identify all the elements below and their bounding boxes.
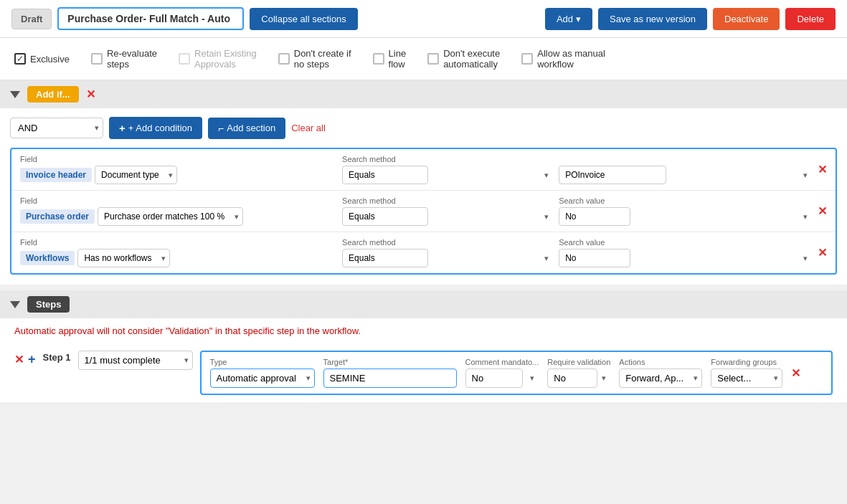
add-step-icon[interactable]: + — [28, 352, 36, 367]
remove-condition-3-icon[interactable]: ✕ — [818, 246, 827, 260]
field-label-1: Field — [20, 155, 336, 163]
method-select-1[interactable]: Equals — [342, 166, 428, 184]
no-steps-checkbox[interactable] — [278, 53, 290, 65]
step-controls: ✕ + — [14, 352, 36, 367]
and-select-wrapper: AND — [10, 118, 103, 138]
method-label-3: Search method — [342, 238, 553, 247]
field-tag-1: Invoice header — [20, 168, 92, 182]
field-tag-3: Workflows — [20, 251, 75, 265]
condition-toolbar: AND + + Add condition ⌐ Add section Clea… — [10, 117, 837, 139]
field-value-select-2[interactable]: Purchase order matches 100 % — [98, 207, 243, 226]
reevaluate-label: Re-evaluatesteps — [107, 48, 157, 70]
comment-group: Comment mandato... No — [465, 358, 539, 388]
option-reevaluate: Re-evaluatesteps — [91, 48, 157, 70]
collapse-all-button[interactable]: Collapse all sections — [250, 8, 358, 30]
reevaluate-checkbox[interactable] — [91, 53, 103, 65]
value-label-1 — [559, 155, 812, 163]
draft-badge: Draft — [11, 9, 52, 29]
manual-checkbox[interactable] — [521, 53, 533, 65]
option-exclusive: ✓ Exclusive — [14, 53, 70, 65]
delete-button[interactable]: Delete — [785, 8, 836, 30]
option-line-flow: Lineflow — [373, 48, 407, 70]
remove-step-icon[interactable]: ✕ — [14, 353, 24, 366]
remove-step-detail-icon[interactable]: ✕ — [791, 366, 800, 380]
option-no-steps: Don't create ifno steps — [278, 48, 351, 70]
steps-section-header: Steps — [0, 290, 847, 318]
field-value-select-1[interactable]: Document type — [95, 166, 177, 184]
condition-area: AND + + Add condition ⌐ Add section Clea… — [0, 108, 847, 285]
method-label-1: Search method — [342, 155, 553, 163]
workflow-title: Purchase Order- Full Match - Auto — [57, 7, 244, 30]
remove-condition-1-icon[interactable]: ✕ — [818, 163, 827, 176]
no-auto-label: Don't executeautomatically — [443, 48, 500, 70]
add-if-badge: Add if... — [27, 86, 79, 103]
value-select-1[interactable]: POInvoice — [559, 166, 666, 184]
step-detail-box: Type Automatic approval Target* Comment … — [200, 351, 833, 395]
require-group: Require validation No — [547, 358, 610, 388]
value-label-2: Search value — [559, 196, 812, 205]
type-select[interactable]: Automatic approval — [210, 369, 315, 388]
condition-row-3: Field Workflows Has no workflows Search … — [11, 232, 836, 273]
clear-all-link[interactable]: Clear all — [291, 123, 326, 133]
main-content: Add if... ✕ AND + + Add condition ⌐ Add … — [0, 80, 847, 402]
collapse-steps-icon[interactable] — [10, 301, 20, 308]
retain-checkbox[interactable] — [179, 53, 190, 65]
condition-row-1: Field Invoice header Document type Searc… — [11, 149, 836, 191]
target-group: Target* — [323, 358, 457, 388]
field-label-2: Field — [20, 196, 336, 205]
step-1-row: ✕ + Step 1 1/1 must complete Type Automa… — [0, 343, 847, 402]
target-input[interactable] — [323, 369, 457, 388]
collapse-add-if-icon[interactable] — [10, 91, 20, 98]
add-button[interactable]: Add ▾ — [545, 8, 592, 30]
field-tag-2: Purchase order — [20, 209, 95, 224]
target-label: Target* — [323, 358, 457, 366]
actions-group: Actions Forward, Ap... — [619, 358, 702, 388]
field-value-select-3[interactable]: Has no workflows — [77, 249, 170, 267]
steps-info-text: Automatic approval will not consider "Va… — [14, 325, 361, 336]
bracket-icon: ⌐ — [218, 123, 224, 134]
line-flow-checkbox[interactable] — [373, 53, 384, 65]
remove-add-if-icon[interactable]: ✕ — [86, 87, 95, 101]
option-retain: Retain ExistingApprovals — [179, 48, 257, 70]
forwarding-select[interactable]: Select... — [711, 369, 782, 388]
value-select-2[interactable]: No — [559, 207, 630, 226]
top-bar: Draft Purchase Order- Full Match - Auto … — [0, 0, 847, 38]
field-label-3: Field — [20, 238, 336, 247]
require-label: Require validation — [547, 358, 610, 366]
retain-label: Retain ExistingApprovals — [194, 48, 257, 70]
remove-condition-2-icon[interactable]: ✕ — [818, 204, 827, 218]
method-select-3[interactable]: Equals — [342, 249, 428, 267]
value-select-3[interactable]: No — [559, 249, 630, 267]
line-flow-label: Lineflow — [389, 48, 407, 70]
type-group: Type Automatic approval — [210, 358, 315, 388]
option-manual: Allow as manualworkflow — [521, 48, 605, 70]
add-if-section-header: Add if... ✕ — [0, 80, 847, 108]
step-label: Step 1 — [43, 352, 71, 363]
comment-select[interactable]: No — [465, 369, 523, 388]
add-condition-button[interactable]: + + Add condition — [109, 117, 202, 139]
no-steps-label: Don't create ifno steps — [294, 48, 351, 70]
value-label-3: Search value — [559, 238, 812, 247]
forwarding-label: Forwarding groups — [711, 358, 782, 366]
forwarding-group: Forwarding groups Select... — [711, 358, 782, 388]
require-select[interactable]: No — [547, 369, 597, 388]
no-auto-checkbox[interactable] — [427, 53, 439, 65]
step-complete-select[interactable]: 1/1 must complete — [78, 351, 193, 370]
comment-label: Comment mandato... — [465, 358, 539, 366]
manual-label: Allow as manualworkflow — [537, 48, 605, 70]
chevron-down-icon: ▾ — [576, 14, 581, 24]
save-new-version-button[interactable]: Save as new version — [598, 8, 707, 30]
plus-icon: + — [119, 122, 126, 134]
method-select-2[interactable]: Equals — [342, 207, 428, 226]
add-section-button[interactable]: ⌐ Add section — [208, 118, 285, 139]
conditions-box: Field Invoice header Document type Searc… — [10, 148, 837, 275]
steps-badge: Steps — [27, 296, 70, 313]
condition-row-2: Field Purchase order Purchase order matc… — [11, 191, 836, 232]
type-label: Type — [210, 358, 315, 366]
exclusive-checkbox[interactable]: ✓ — [14, 53, 26, 65]
and-or-select[interactable]: AND — [10, 118, 103, 138]
deactivate-button[interactable]: Deactivate — [713, 8, 780, 30]
actions-select[interactable]: Forward, Ap... — [619, 369, 702, 388]
options-bar: ✓ Exclusive Re-evaluatesteps Retain Exis… — [0, 38, 847, 80]
actions-label: Actions — [619, 358, 702, 366]
